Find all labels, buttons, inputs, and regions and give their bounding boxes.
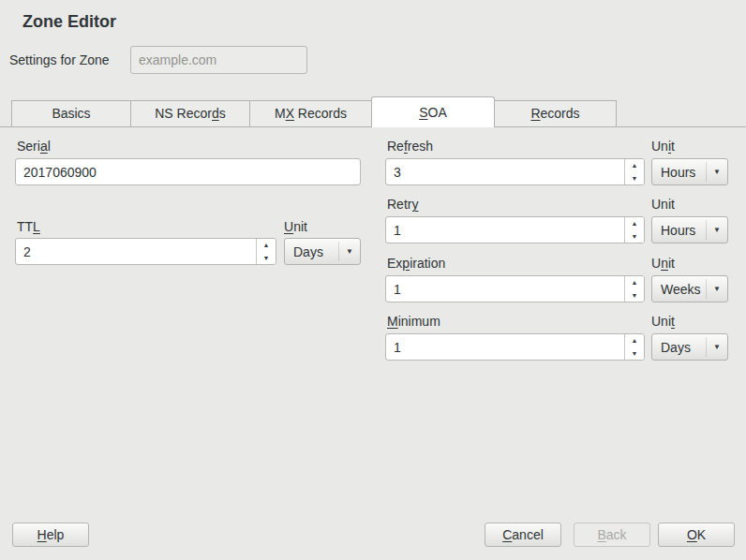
expiration-spin-up-button[interactable]: ▲ xyxy=(625,276,644,289)
expiration-spin-down-button[interactable]: ▼ xyxy=(625,289,644,302)
refresh-unit-dropdown[interactable]: Hours ▼ xyxy=(651,158,728,185)
arrow-down-icon: ▼ xyxy=(632,175,638,182)
refresh-input[interactable] xyxy=(386,159,624,184)
chevron-down-icon: ▼ xyxy=(706,337,727,357)
retry-spin-down-button[interactable]: ▼ xyxy=(625,230,644,243)
expiration-unit-value: Weeks xyxy=(652,282,706,297)
refresh-unit-label: Unit xyxy=(651,138,675,155)
ttl-spin-up-button[interactable]: ▲ xyxy=(257,239,276,252)
help-button-label: Help xyxy=(37,527,65,542)
tab-records-label: Records xyxy=(530,106,579,121)
chevron-down-icon: ▼ xyxy=(706,279,727,299)
refresh-spin-buttons: ▲ ▼ xyxy=(624,159,644,184)
expiration-input[interactable] xyxy=(386,276,624,302)
ttl-label: TTL xyxy=(17,218,40,235)
ttl-unit-dropdown[interactable]: Days ▼ xyxy=(284,238,361,265)
cancel-button-label: Cancel xyxy=(502,527,544,542)
retry-unit-dropdown[interactable]: Hours ▼ xyxy=(651,216,728,243)
retry-unit-label: Unit xyxy=(651,196,675,213)
settings-for-zone-label: Settings for Zone xyxy=(9,46,110,74)
refresh-spin-up-button[interactable]: ▲ xyxy=(625,159,644,172)
refresh-unit-value: Hours xyxy=(652,165,706,180)
back-button-label: Back xyxy=(597,527,626,542)
retry-input[interactable] xyxy=(386,217,624,243)
minimum-spin-up-button[interactable]: ▲ xyxy=(625,334,644,347)
ttl-unit-label: Unit xyxy=(284,218,307,235)
chevron-down-icon: ▼ xyxy=(706,162,727,182)
minimum-unit-dropdown[interactable]: Days ▼ xyxy=(651,333,728,361)
arrow-down-icon: ▼ xyxy=(263,255,270,261)
tab-ns-records[interactable]: NS Records xyxy=(130,100,250,127)
arrow-up-icon: ▲ xyxy=(632,337,638,344)
minimum-spinbox: ▲ ▼ xyxy=(385,333,645,361)
expiration-label: Expiration xyxy=(387,255,445,272)
minimum-spin-down-button[interactable]: ▼ xyxy=(625,347,644,361)
retry-spin-up-button[interactable]: ▲ xyxy=(625,217,644,230)
ttl-input[interactable] xyxy=(16,239,256,264)
minimum-spin-buttons: ▲ ▼ xyxy=(624,334,644,360)
ok-button[interactable]: OK xyxy=(658,523,735,547)
retry-spin-buttons: ▲ ▼ xyxy=(624,217,644,243)
tab-ns-records-label: NS Records xyxy=(155,106,225,121)
refresh-label: Refresh xyxy=(387,138,433,155)
arrow-up-icon: ▲ xyxy=(632,162,638,169)
retry-spinbox: ▲ ▼ xyxy=(385,216,645,243)
expiration-unit-label: Unit xyxy=(651,255,675,272)
expiration-spin-buttons: ▲ ▼ xyxy=(624,276,644,302)
tab-basics-label: Basics xyxy=(52,106,90,121)
tab-mx-records[interactable]: MX Records xyxy=(249,100,372,127)
chevron-down-icon: ▼ xyxy=(338,242,360,261)
ttl-unit-value: Days xyxy=(285,244,338,259)
tab-bar: Basics NS Records MX Records SOA Records xyxy=(0,96,746,128)
ok-button-label: OK xyxy=(687,527,706,542)
tab-soa[interactable]: SOA xyxy=(371,96,495,127)
arrow-down-icon: ▼ xyxy=(632,350,638,357)
arrow-up-icon: ▲ xyxy=(632,220,638,227)
ttl-spin-down-button[interactable]: ▼ xyxy=(257,252,276,265)
minimum-unit-label: Unit xyxy=(651,313,675,330)
tab-mx-records-label: MX Records xyxy=(275,106,347,121)
minimum-unit-value: Days xyxy=(652,340,706,355)
serial-input[interactable] xyxy=(15,158,361,185)
refresh-spin-down-button[interactable]: ▼ xyxy=(625,172,644,185)
tab-basics[interactable]: Basics xyxy=(11,100,131,127)
arrow-down-icon: ▼ xyxy=(632,292,638,299)
page-title: Zone Editor xyxy=(22,12,116,32)
arrow-down-icon: ▼ xyxy=(632,233,638,240)
arrow-up-icon: ▲ xyxy=(263,242,270,248)
arrow-up-icon: ▲ xyxy=(632,279,638,286)
chevron-down-icon: ▼ xyxy=(706,220,727,240)
back-button: Back xyxy=(574,523,650,547)
tab-soa-label: SOA xyxy=(419,105,447,120)
expiration-unit-dropdown[interactable]: Weeks ▼ xyxy=(651,275,728,302)
expiration-spinbox: ▲ ▼ xyxy=(385,275,645,302)
minimum-input[interactable] xyxy=(386,334,624,360)
minimum-label: Minimum xyxy=(387,313,440,330)
tab-records[interactable]: Records xyxy=(494,100,617,127)
cancel-button[interactable]: Cancel xyxy=(485,523,561,547)
ttl-spinbox: ▲ ▼ xyxy=(15,238,276,265)
ttl-spin-buttons: ▲ ▼ xyxy=(256,239,276,264)
retry-label: Retry xyxy=(387,196,418,213)
refresh-spinbox: ▲ ▼ xyxy=(385,158,645,185)
serial-label: Serial xyxy=(17,138,51,155)
help-button[interactable]: Help xyxy=(12,523,89,547)
retry-unit-value: Hours xyxy=(652,223,706,238)
zone-name-input[interactable] xyxy=(130,46,307,74)
